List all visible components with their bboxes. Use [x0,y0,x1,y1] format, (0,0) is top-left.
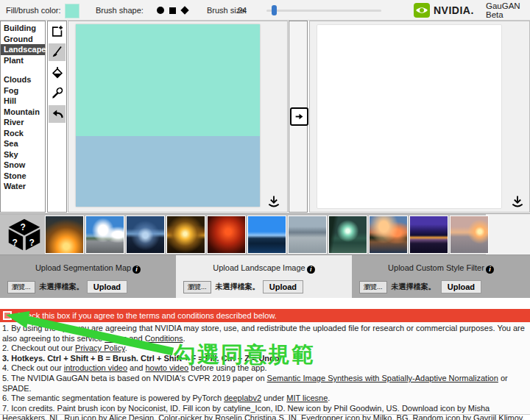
upload-segmentation-panel: Upload Segmentation Mapi 瀏覽... 未選擇檔案。 Up… [0,255,176,298]
style-thumbnail-orange-clouds-lake[interactable] [369,216,408,254]
brush-color-swatch[interactable] [65,4,80,18]
terms-line-6: 6. The semantic segmentation feature is … [2,394,528,404]
category-ground[interactable]: Ground [1,34,45,45]
link[interactable]: Semantic Image Synthesis with Spatially-… [267,374,498,382]
undo-icon [50,107,65,121]
link[interactable]: Privacy Policy [75,344,125,352]
style-thumbnail-blue-mountain-lake[interactable] [247,216,286,254]
category-sky[interactable]: Sky [1,149,45,160]
fill-bucket-icon [50,65,65,80]
brush-size-slider[interactable] [266,10,381,12]
category-fog[interactable]: Fog [1,85,45,96]
info-icon[interactable]: i [307,266,315,274]
brush-icon [50,45,65,60]
svg-text:?: ? [12,237,17,247]
new-icon [50,24,65,39]
link[interactable]: introduction video [64,363,127,372]
style-thumbnail-purple-sunset-lake[interactable] [409,216,448,254]
category-hill[interactable]: Hill [1,96,45,107]
upload-section: Upload Segmentation Mapi 瀏覽... 未選擇檔案。 Up… [0,255,530,298]
brush-shape-diamond-icon[interactable] [180,6,188,14]
agree-checkbox[interactable] [3,311,12,320]
upload-segmentation-title-text: Upload Segmentation Map [35,263,131,272]
upload-landscape-title: Upload Landscape Imagei [176,255,352,274]
style-thumbnail-sunset-trees[interactable] [45,216,84,254]
run-arrow-icon [294,112,304,121]
browse-file-button[interactable]: 瀏覽... [7,281,35,293]
nvidia-brand-text: NVIDIA. [434,0,474,21]
file-status-text: 未選擇檔案。 [216,282,260,292]
category-water[interactable]: Water [1,181,45,192]
brush-shape-options [157,0,188,21]
upload-landscape-panel: Upload Landscape Imagei 瀏覽... 未選擇檔案。 Upl… [176,255,352,298]
segmentation-category-list: Building Ground Landscape Plant Clouds F… [0,21,46,213]
segmentation-canvas[interactable] [76,24,260,207]
output-canvas [317,24,502,209]
style-thumbnail-dark-lake-sunset[interactable] [126,216,165,254]
category-river[interactable]: River [1,117,45,128]
style-thumbnail-golden-sunset-sea[interactable] [166,216,205,254]
terms-line-5: 5. The NVIDIA GauGAN beta is based on NV… [2,374,528,394]
category-snow[interactable]: Snow [1,160,45,171]
style-thumbnail-road-blue-sky[interactable] [85,216,124,254]
run-button[interactable] [290,107,308,126]
category-stone[interactable]: Stone [1,171,45,182]
brush-size-slider-thumb[interactable] [272,5,277,15]
segment-water-region[interactable] [76,136,260,207]
app-title: GauGAN Beta [486,0,530,21]
new-canvas-button[interactable] [49,23,66,40]
link[interactable]: Terms and Conditions [105,334,183,343]
segment-landscape-region[interactable] [76,24,260,136]
category-plant[interactable]: Plant [1,55,45,66]
style-filter-strip: ? ? ? [0,213,530,255]
style-thumbnail-moonlit-shore[interactable] [328,216,367,254]
nvidia-logo-icon [414,3,430,18]
undo-button[interactable] [49,105,66,123]
link[interactable]: howto video [145,363,188,372]
category-clouds[interactable]: Clouds [1,74,45,85]
eyedropper-tool-button[interactable] [49,85,66,102]
style-thumbnail-red-storm-clouds[interactable] [207,216,246,254]
brush-shape-label: Brush shape: [96,0,144,21]
upload-segmentation-title: Upload Segmentation Mapi [0,255,176,274]
category-rock[interactable]: Rock [1,128,45,139]
terms-line-1: 1. By using the app, you are agreeing th… [2,324,528,344]
terms-and-notes: 1. By using the app, you are agreeing th… [0,322,530,415]
category-mountain[interactable]: Mountain [1,107,45,118]
fill-tool-button[interactable] [49,64,66,82]
brush-size-value: 24 [238,0,247,21]
browse-file-button[interactable]: 瀏覽... [183,281,211,293]
browse-file-button[interactable]: 瀏覽... [359,281,387,293]
agree-checkbox-label: Check this box if you agree to the terms… [17,311,277,320]
upload-landscape-title-text: Upload Landscape Image [213,263,305,272]
brush-tool-button[interactable] [49,43,66,61]
terms-line-4: 4. Check out our introduction video and … [2,363,528,374]
random-style-thumbnail[interactable]: ? ? ? [4,216,43,254]
link[interactable]: deeplabv2 [224,394,261,402]
category-landscape[interactable]: Landscape [1,44,45,55]
terms-line-3: 3. Hotkeys. Ctrl + Shift + B = Brush. Ct… [2,354,528,364]
link[interactable]: MIT licesne [286,394,328,402]
file-status-text: 未選擇檔案。 [392,282,436,292]
eyedropper-icon [50,86,65,101]
category-sea[interactable]: Sea [1,138,45,149]
toolbar: Fill/brush color: Brush shape: Brush siz… [0,0,530,21]
style-thumbnail-overcast-beach[interactable] [288,216,327,254]
upload-style-filter-panel: Upload Custom Style Filteri 瀏覽... 未選擇檔案。… [352,255,530,298]
category-building[interactable]: Building [1,23,45,34]
info-icon[interactable]: i [486,266,494,274]
terms-agreement-banner: Check this box if you agree to the terms… [0,309,530,322]
upload-style-filter-button[interactable]: Upload [441,280,481,293]
style-thumbnail-hazy-ocean-sunset[interactable] [450,216,489,254]
upload-segmentation-button[interactable]: Upload [87,280,127,293]
info-icon[interactable]: i [132,266,141,274]
brush-shape-square-icon[interactable] [169,7,176,14]
file-status-text: 未選擇檔案。 [40,282,84,292]
category-group-divider [1,65,45,74]
gaugan-app: Fill/brush color: Brush shape: Brush siz… [0,0,530,420]
upload-style-filter-title: Upload Custom Style Filteri [352,255,530,274]
brush-shape-circle-icon[interactable] [157,7,164,14]
upload-landscape-button[interactable]: Upload [263,280,303,293]
download-output-icon[interactable] [510,194,525,209]
download-segmentation-icon[interactable] [266,194,281,209]
